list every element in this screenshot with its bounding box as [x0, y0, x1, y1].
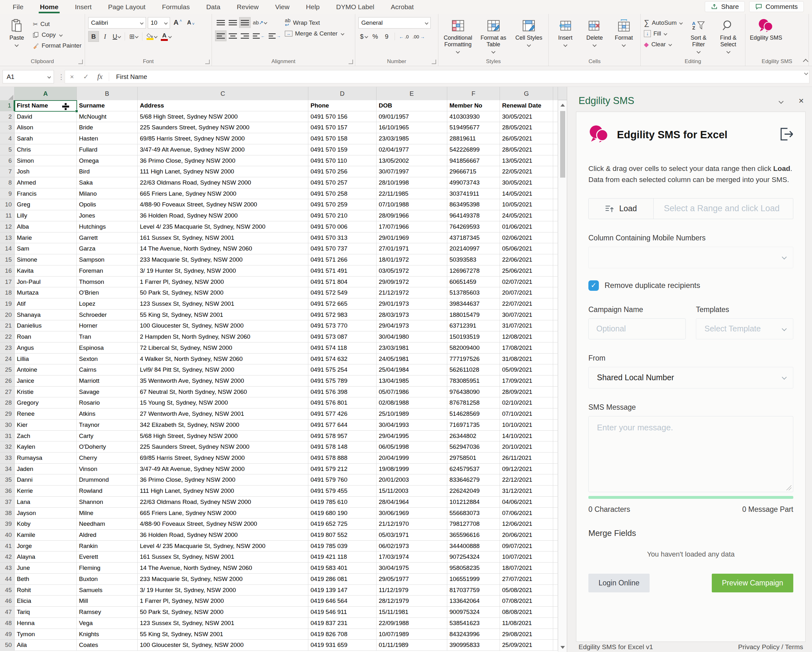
grid-cell[interactable]: Samuels	[77, 585, 138, 596]
grid-cell[interactable]: 15 Young St, Sydney, NSW 2000	[138, 398, 308, 408]
row-header-17[interactable]: 17	[0, 277, 15, 288]
grid-cell[interactable]: 0491 575 789	[308, 375, 377, 387]
grid-cell[interactable]: Elicia	[15, 596, 77, 607]
grid-cell[interactable]: 0419 652 725	[308, 518, 377, 530]
font-size-select[interactable]: 10	[148, 17, 170, 29]
row-header-24[interactable]: 24	[0, 353, 15, 365]
from-select[interactable]: Shared Local Number	[588, 367, 793, 388]
grid-cell[interactable]: DOB	[377, 100, 447, 111]
grid-cell[interactable]: 03/05/1972	[377, 265, 447, 277]
tab-file[interactable]: File	[5, 0, 32, 14]
grid-cell[interactable]: 07/08/2021	[500, 596, 553, 607]
align-left-button[interactable]	[215, 30, 226, 41]
grid-cell[interactable]: Aldred	[77, 530, 138, 541]
sign-out-icon[interactable]	[779, 128, 793, 142]
grid-cell[interactable]: 0491 571 804	[308, 277, 377, 288]
row-header-5[interactable]: 5	[0, 144, 15, 155]
grid-cell[interactable]: Danni	[15, 474, 77, 486]
grid-cell[interactable]: 390995833	[447, 640, 500, 651]
grid-cell[interactable]: Renewal Date	[500, 100, 553, 111]
grid-cell[interactable]: 20/06/2021	[500, 530, 553, 541]
grid-cell[interactable]: Kristie	[15, 387, 77, 398]
tab-data[interactable]: Data	[198, 0, 228, 14]
grid-cell[interactable]: Renee	[15, 408, 77, 420]
grid-cell[interactable]: Kier	[15, 420, 77, 431]
row-header-50[interactable]: 50	[0, 640, 15, 651]
tab-insert[interactable]: Insert	[67, 0, 100, 14]
grid-cell[interactable]: First Name	[15, 100, 77, 111]
grid-cell[interactable]: 30/04/1975	[377, 562, 447, 574]
grid-cell[interactable]: 0419 286 081	[308, 574, 377, 585]
grid-cell[interactable]: 0491 574 632	[308, 353, 377, 365]
grid-cell[interactable]: Gregory	[15, 398, 77, 408]
grid-cell[interactable]: 25/09/2021	[500, 640, 553, 651]
grid-cell[interactable]: 21/12/1970	[377, 518, 447, 530]
grid-cell[interactable]: Garza	[77, 243, 138, 254]
grid-cell[interactable]: 161 Sussex St, Sydney, NSW 2001	[138, 232, 308, 244]
grid-cell[interactable]: 05/08/2021	[500, 585, 553, 596]
grid-cell[interactable]: 0491 570 159	[308, 144, 377, 155]
grid-cell[interactable]: 22/05/2021	[500, 166, 553, 177]
grid-cell[interactable]: 188015479	[447, 309, 500, 321]
grid-cell[interactable]: 0419 931 659	[308, 640, 377, 651]
row-header-7[interactable]: 7	[0, 166, 15, 177]
copy-button[interactable]: Copy	[33, 30, 81, 40]
grid-cell[interactable]: 817037759	[447, 585, 500, 596]
grid-cell[interactable]: 55 King St, Sydney, NSW 2001	[138, 309, 308, 321]
bold-button[interactable]: B	[88, 31, 99, 42]
row-header-40[interactable]: 40	[0, 530, 15, 541]
grid-cell[interactable]: Tran	[77, 331, 138, 343]
row-header-12[interactable]: 12	[0, 221, 15, 232]
column-header-D[interactable]: D	[308, 87, 377, 101]
grid-cell[interactable]: 29/01/1973	[377, 299, 447, 309]
grid-cell[interactable]: 0491 570 156	[308, 111, 377, 122]
grid-cell[interactable]: 29/01/1969	[377, 232, 447, 244]
grid-cell[interactable]: 624579537	[447, 464, 500, 475]
grid-cell[interactable]: 30/07/1997	[377, 166, 447, 177]
column-header-B[interactable]: B	[77, 87, 138, 101]
column-header-G[interactable]: G	[500, 87, 553, 101]
grid-cell[interactable]: 09/12/2021	[500, 464, 553, 475]
row-header-11[interactable]: 11	[0, 210, 15, 221]
mobile-column-select[interactable]	[588, 247, 793, 268]
grid-cell[interactable]: Espinosa	[77, 343, 138, 353]
grid-cell[interactable]: Henna	[15, 618, 77, 629]
grid-cell[interactable]: Angus	[15, 343, 77, 353]
grid-cell[interactable]: 410303930	[447, 111, 500, 122]
increase-decimal-button[interactable]: ←.0	[397, 31, 411, 42]
grid-cell[interactable]: 15/11/1981	[377, 607, 447, 618]
grid-cell[interactable]: 0491 571 491	[308, 265, 377, 277]
grid-cell[interactable]: Surname	[77, 100, 138, 111]
grid-cell[interactable]: O'Doherty	[77, 442, 138, 452]
grid-cell[interactable]: Lopez	[77, 299, 138, 309]
grid-cell[interactable]: Rohit	[15, 585, 77, 596]
grid-cell[interactable]: 0491 579 455	[308, 486, 377, 497]
grid-cell[interactable]: 4/88-90 Foveaux Street, Sydney NSW 2000	[138, 199, 308, 210]
vertical-scrollbar[interactable]	[558, 87, 567, 652]
grid-cell[interactable]: 05/09/2021	[500, 364, 553, 375]
grid-cell[interactable]: 72 Libercal St, Sydney, NSW 2000	[138, 343, 308, 353]
taskpane-close-icon[interactable]: ×	[799, 96, 804, 106]
grid-cell[interactable]: 10/05/2021	[500, 199, 553, 210]
grid-cell[interactable]: 514628569	[447, 408, 500, 420]
row-header-47[interactable]: 47	[0, 607, 15, 618]
grid-cell[interactable]: 101212884	[447, 497, 500, 508]
grid-cell[interactable]: 28/12/1979	[377, 596, 447, 607]
grid-cell[interactable]: Rumaysa	[15, 452, 77, 464]
row-header-22[interactable]: 22	[0, 331, 15, 343]
grid-cell[interactable]: Shannon	[77, 497, 138, 508]
grid-cell[interactable]: 0419 785 610	[308, 497, 377, 508]
row-header-6[interactable]: 6	[0, 155, 15, 166]
grid-cell[interactable]: 126967278	[447, 265, 500, 277]
insert-function-icon[interactable]: fx	[93, 73, 107, 81]
grid-cell[interactable]: 437187345	[447, 232, 500, 244]
row-header-49[interactable]: 49	[0, 629, 15, 640]
grid-cell[interactable]: 0491 570 257	[308, 177, 377, 188]
comma-button[interactable]: 9	[381, 31, 392, 42]
grid-cell[interactable]: 3/47-49 Alt Avenue, Sydney NSW 2000	[138, 464, 308, 475]
italic-button[interactable]: I	[99, 31, 110, 42]
grid-cell[interactable]: 22/06/2021	[500, 254, 553, 265]
grid-cell[interactable]: Chris	[15, 144, 77, 155]
grid-cell[interactable]: 29/05/1977	[377, 574, 447, 585]
scroll-up-button[interactable]	[558, 100, 567, 110]
